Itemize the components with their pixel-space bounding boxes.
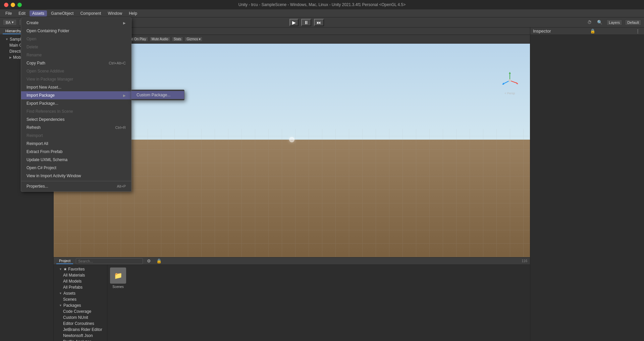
ctx-create[interactable]: Create ▶ xyxy=(21,19,131,27)
ctx-import-package[interactable]: Import Package ▶ xyxy=(21,91,131,99)
all-models-label: All Models xyxy=(63,279,82,284)
ctx-import-pkg-label: Import Package xyxy=(26,93,55,98)
maximize-button[interactable] xyxy=(17,3,22,7)
file-label: Scenes xyxy=(112,285,123,289)
layout-dropdown[interactable]: Default xyxy=(625,19,641,26)
ctx-open-csharp-label: Open C# Project xyxy=(26,165,56,170)
ctx-copy-path[interactable]: Copy Path Ctrl+Alt+C xyxy=(21,59,131,67)
ctx-separator xyxy=(21,181,131,181)
project-search[interactable] xyxy=(76,258,143,264)
ctx-open-containing-label: Open Containing Folder xyxy=(26,29,69,33)
folder-icon: 📁 xyxy=(110,267,126,284)
ctx-import-pkg-arrow: ▶ xyxy=(123,94,126,97)
all-materials-item[interactable]: All Materials xyxy=(54,272,107,278)
ctx-extract-prefab[interactable]: Extract From Prefab xyxy=(21,148,131,156)
ctx-extract-prefab-label: Extract From Prefab xyxy=(26,149,62,154)
svg-marker-1 xyxy=(509,72,511,74)
scenes-file-item[interactable]: 📁 Scenes xyxy=(110,267,126,289)
menu-file[interactable]: File xyxy=(3,10,14,16)
ctx-reimport: Reimport xyxy=(21,132,131,140)
ctx-find-references: Find References In Scene xyxy=(21,107,131,115)
ctx-export-package[interactable]: Export Package... xyxy=(21,99,131,107)
scene-gizmo[interactable]: < Persp xyxy=(500,70,520,91)
project-panel: Project ⚙ 🔒 116 ▼ ★ Favorites All Materi… xyxy=(54,257,530,341)
svg-point-6 xyxy=(508,79,511,82)
favorites-section[interactable]: ▼ ★ Favorites xyxy=(54,266,107,272)
menu-assets[interactable]: Assets xyxy=(30,10,47,16)
ctx-export-pkg-label: Export Package... xyxy=(26,101,58,106)
menu-edit[interactable]: Edit xyxy=(16,10,28,16)
packages-section[interactable]: ▼ Packages xyxy=(54,302,107,308)
all-materials-label: All Materials xyxy=(63,273,85,278)
window-title: Unity - trcu - SampleScene - Windows, Ma… xyxy=(238,2,406,7)
scenes-folder[interactable]: Scenes xyxy=(54,296,107,302)
clock-icon[interactable]: ⏱ xyxy=(586,19,593,25)
ctx-open-containing[interactable]: Open Containing Folder xyxy=(21,27,131,35)
scenes-label: Scenes xyxy=(63,297,76,302)
ctx-copy-path-shortcut: Ctrl+Alt+C xyxy=(109,61,126,65)
arrow-icon: ▼ xyxy=(59,304,62,307)
all-models-item[interactable]: All Models xyxy=(54,278,107,284)
chevron-down-icon: ▾ xyxy=(12,20,14,25)
inspector-panel: Inspector 🔒 ⋮ xyxy=(530,28,644,341)
ctx-open-scene-additive: Open Scene Additive xyxy=(21,67,131,75)
layers-dropdown[interactable]: Layers xyxy=(606,19,622,26)
ctx-rename: Rename xyxy=(21,51,131,59)
assets-label: Assets xyxy=(63,291,75,296)
menu-component[interactable]: Component xyxy=(77,10,104,16)
pkg-customnunit[interactable]: Custom NUnit xyxy=(54,314,107,321)
more-options-icon[interactable]: ⋮ xyxy=(634,28,641,34)
packages-label: Packages xyxy=(63,303,81,308)
ctx-open-csharp[interactable]: Open C# Project xyxy=(21,164,131,172)
ctx-import-new-asset[interactable]: Import New Asset... xyxy=(21,83,131,91)
ctx-reimport-label: Reimport xyxy=(26,133,43,138)
ctx-reimport-all-label: Reimport All xyxy=(26,141,48,146)
all-prefabs-item[interactable]: All Prefabs xyxy=(54,284,107,290)
ctx-update-uxml[interactable]: Update UXML Schema xyxy=(21,156,131,164)
close-button[interactable] xyxy=(4,3,8,7)
lock-icon[interactable]: 🔒 xyxy=(155,258,163,264)
favorites-label: ★ Favorites xyxy=(63,267,85,272)
play-button[interactable]: ▶ xyxy=(289,19,299,26)
filter-icon[interactable]: ⚙ xyxy=(146,258,152,264)
mute-audio-btn[interactable]: Mute Audio xyxy=(150,37,170,42)
menu-window[interactable]: Window xyxy=(105,10,125,16)
project-files: 📁 Scenes xyxy=(107,265,530,341)
ctx-view-package-manager: View in Package Manager xyxy=(21,75,131,83)
pkg-editorcoroutines[interactable]: Editor Coroutines xyxy=(54,321,107,327)
ctx-refresh-shortcut: Ctrl+R xyxy=(115,126,126,130)
inspector-tab[interactable]: Inspector xyxy=(533,29,551,34)
project-tree: ▼ ★ Favorites All Materials All Models A… xyxy=(54,265,107,341)
stats-btn[interactable]: Stats xyxy=(172,37,183,42)
arrow-icon: ▼ xyxy=(5,38,8,41)
ctx-select-dependencies[interactable]: Select Dependencies xyxy=(21,115,131,124)
menu-gameobject[interactable]: GameObject xyxy=(48,10,76,16)
ctx-open: Open xyxy=(21,35,131,43)
pkg-newtonsoftjson[interactable]: Newtonsoft Json xyxy=(54,333,107,339)
lock-inspector-icon[interactable]: 🔒 xyxy=(589,28,597,34)
step-button[interactable]: ⏭ xyxy=(314,19,324,26)
custom-package-label: Custom Package... xyxy=(137,93,170,97)
ctx-view-import-activity[interactable]: View in Import Activity Window xyxy=(21,172,131,180)
project-header: Project ⚙ 🔒 116 xyxy=(54,257,530,265)
persp-label: < Persp xyxy=(500,92,520,95)
arrow-icon: ▶ xyxy=(9,56,12,59)
pkg-profileanalyzer[interactable]: Profile Analyzer xyxy=(54,339,107,341)
ctx-refresh[interactable]: Refresh Ctrl+R xyxy=(21,124,131,132)
pkg-codecoverage[interactable]: Code Coverage xyxy=(54,308,107,314)
assets-section[interactable]: ▼ Assets xyxy=(54,290,107,296)
import-package-submenu: Custom Package... xyxy=(131,90,184,100)
menu-help[interactable]: Help xyxy=(126,10,140,16)
minimize-button[interactable] xyxy=(11,3,15,7)
submenu-custom-package[interactable]: Custom Package... xyxy=(131,91,184,99)
ctx-reimport-all[interactable]: Reimport All xyxy=(21,140,131,148)
pkg-jetbrainsrider[interactable]: JetBrains Rider Editor xyxy=(54,327,107,333)
account-button[interactable]: BA ▾ xyxy=(3,19,17,26)
arrow-icon: ▼ xyxy=(59,292,62,295)
tab-project[interactable]: Project xyxy=(56,258,73,264)
ctx-properties[interactable]: Properties... Alt+P xyxy=(21,182,131,190)
gizmos-btn[interactable]: Gizmos ▾ xyxy=(184,37,203,42)
ctx-rename-label: Rename xyxy=(26,53,42,57)
pause-button[interactable]: ⏸ xyxy=(301,19,311,26)
search-icon[interactable]: 🔍 xyxy=(596,19,604,25)
